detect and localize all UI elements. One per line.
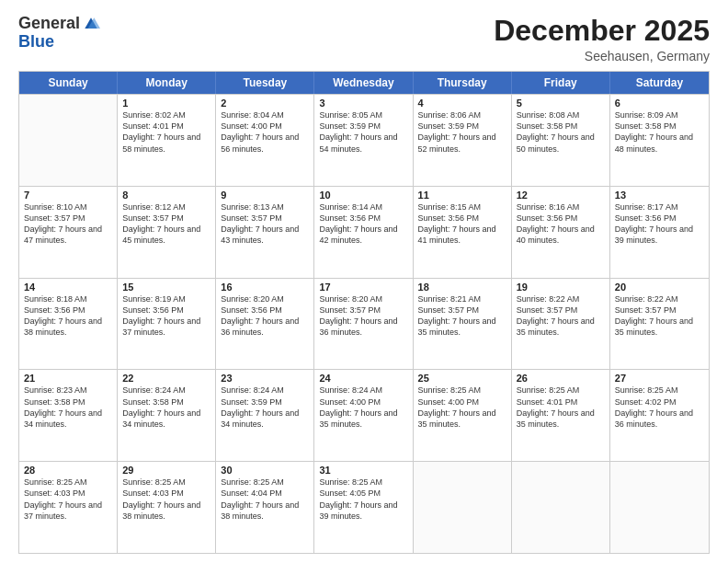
cell-info: Sunrise: 8:08 AM Sunset: 3:58 PM Dayligh… (517, 109, 605, 155)
cell-info: Sunrise: 8:10 AM Sunset: 3:57 PM Dayligh… (24, 201, 112, 247)
cal-cell-2-2: 16Sunrise: 8:20 AM Sunset: 3:56 PM Dayli… (216, 279, 314, 370)
cell-info: Sunrise: 8:22 AM Sunset: 3:57 PM Dayligh… (615, 293, 704, 339)
cal-cell-1-4: 11Sunrise: 8:15 AM Sunset: 3:56 PM Dayli… (414, 187, 512, 278)
cell-info: Sunrise: 8:25 AM Sunset: 4:00 PM Dayligh… (418, 385, 506, 430)
day-number: 4 (418, 98, 506, 109)
calendar-header: Sunday Monday Tuesday Wednesday Thursday… (19, 72, 709, 94)
day-number: 27 (615, 373, 704, 384)
day-number: 9 (221, 190, 309, 201)
cell-info: Sunrise: 8:14 AM Sunset: 3:56 PM Dayligh… (319, 201, 407, 247)
header-tuesday: Tuesday (216, 72, 314, 94)
cal-cell-3-6: 27Sunrise: 8:25 AM Sunset: 4:02 PM Dayli… (610, 370, 709, 461)
day-number: 7 (24, 190, 112, 201)
day-number: 8 (122, 190, 210, 201)
logo-blue: Blue (18, 33, 54, 52)
day-number: 19 (517, 282, 605, 293)
cal-cell-1-3: 10Sunrise: 8:14 AM Sunset: 3:56 PM Dayli… (314, 187, 413, 278)
cal-cell-4-6 (610, 462, 709, 553)
cal-cell-0-4: 4Sunrise: 8:06 AM Sunset: 3:59 PM Daylig… (414, 95, 512, 186)
cal-cell-3-5: 26Sunrise: 8:25 AM Sunset: 4:01 PM Dayli… (512, 370, 610, 461)
day-number: 29 (122, 465, 210, 476)
cell-info: Sunrise: 8:25 AM Sunset: 4:05 PM Dayligh… (319, 477, 407, 522)
cal-cell-4-5 (512, 462, 610, 553)
cell-info: Sunrise: 8:17 AM Sunset: 3:56 PM Dayligh… (615, 201, 704, 247)
day-number: 15 (122, 282, 210, 293)
header-monday: Monday (118, 72, 216, 94)
cal-cell-3-3: 24Sunrise: 8:24 AM Sunset: 4:00 PM Dayli… (314, 370, 413, 461)
cell-info: Sunrise: 8:05 AM Sunset: 3:59 PM Dayligh… (319, 109, 407, 155)
day-number: 1 (122, 98, 210, 109)
day-number: 17 (319, 282, 407, 293)
cal-row-3: 21Sunrise: 8:23 AM Sunset: 3:58 PM Dayli… (19, 369, 709, 461)
cell-info: Sunrise: 8:20 AM Sunset: 3:56 PM Dayligh… (221, 293, 309, 339)
cal-cell-2-1: 15Sunrise: 8:19 AM Sunset: 3:56 PM Dayli… (118, 279, 216, 370)
cal-row-0: 1Sunrise: 8:02 AM Sunset: 4:01 PM Daylig… (19, 94, 709, 186)
cal-cell-2-3: 17Sunrise: 8:20 AM Sunset: 3:57 PM Dayli… (314, 279, 413, 370)
day-number: 11 (418, 190, 506, 201)
cal-cell-0-3: 3Sunrise: 8:05 AM Sunset: 3:59 PM Daylig… (314, 95, 413, 186)
cal-cell-1-5: 12Sunrise: 8:16 AM Sunset: 3:56 PM Dayli… (512, 187, 610, 278)
cell-info: Sunrise: 8:19 AM Sunset: 3:56 PM Dayligh… (122, 293, 210, 339)
day-number: 13 (615, 190, 704, 201)
cell-info: Sunrise: 8:22 AM Sunset: 3:57 PM Dayligh… (517, 293, 605, 339)
cal-cell-2-5: 19Sunrise: 8:22 AM Sunset: 3:57 PM Dayli… (512, 279, 610, 370)
cell-info: Sunrise: 8:16 AM Sunset: 3:56 PM Dayligh… (517, 201, 605, 247)
location: Seehausen, Germany (494, 49, 710, 63)
day-number: 6 (615, 98, 704, 109)
day-number: 28 (24, 465, 112, 476)
cell-info: Sunrise: 8:02 AM Sunset: 4:01 PM Dayligh… (122, 109, 210, 155)
cal-cell-1-1: 8Sunrise: 8:12 AM Sunset: 3:57 PM Daylig… (118, 187, 216, 278)
cell-info: Sunrise: 8:21 AM Sunset: 3:57 PM Dayligh… (418, 293, 506, 339)
cell-info: Sunrise: 8:09 AM Sunset: 3:58 PM Dayligh… (615, 109, 704, 155)
cal-cell-2-4: 18Sunrise: 8:21 AM Sunset: 3:57 PM Dayli… (414, 279, 512, 370)
day-number: 10 (319, 190, 407, 201)
cell-info: Sunrise: 8:25 AM Sunset: 4:04 PM Dayligh… (221, 477, 309, 522)
cell-info: Sunrise: 8:24 AM Sunset: 4:00 PM Dayligh… (319, 385, 407, 430)
day-number: 23 (221, 373, 309, 384)
header-saturday: Saturday (610, 72, 709, 94)
cell-info: Sunrise: 8:13 AM Sunset: 3:57 PM Dayligh… (221, 201, 309, 247)
day-number: 24 (319, 373, 407, 384)
day-number: 21 (24, 373, 112, 384)
cal-cell-4-0: 28Sunrise: 8:25 AM Sunset: 4:03 PM Dayli… (19, 462, 118, 553)
cell-info: Sunrise: 8:18 AM Sunset: 3:56 PM Dayligh… (24, 293, 112, 339)
cal-cell-3-0: 21Sunrise: 8:23 AM Sunset: 3:58 PM Dayli… (19, 370, 118, 461)
day-number: 2 (221, 98, 309, 109)
logo-icon (82, 15, 100, 33)
cal-row-1: 7Sunrise: 8:10 AM Sunset: 3:57 PM Daylig… (19, 186, 709, 278)
cal-cell-4-2: 30Sunrise: 8:25 AM Sunset: 4:04 PM Dayli… (216, 462, 314, 553)
cal-cell-0-1: 1Sunrise: 8:02 AM Sunset: 4:01 PM Daylig… (118, 95, 216, 186)
month-title: December 2025 (494, 15, 710, 47)
cell-info: Sunrise: 8:20 AM Sunset: 3:57 PM Dayligh… (319, 293, 407, 339)
page: General Blue December 2025 Seehausen, Ge… (0, 0, 728, 563)
title-block: December 2025 Seehausen, Germany (494, 15, 710, 63)
cell-info: Sunrise: 8:15 AM Sunset: 3:56 PM Dayligh… (418, 201, 506, 247)
day-number: 20 (615, 282, 704, 293)
cell-info: Sunrise: 8:04 AM Sunset: 4:00 PM Dayligh… (221, 109, 309, 155)
cell-info: Sunrise: 8:25 AM Sunset: 4:01 PM Dayligh… (517, 385, 605, 430)
cal-cell-0-2: 2Sunrise: 8:04 AM Sunset: 4:00 PM Daylig… (216, 95, 314, 186)
cell-info: Sunrise: 8:25 AM Sunset: 4:03 PM Dayligh… (122, 477, 210, 522)
day-number: 22 (122, 373, 210, 384)
cell-info: Sunrise: 8:12 AM Sunset: 3:57 PM Dayligh… (122, 201, 210, 247)
cal-cell-3-2: 23Sunrise: 8:24 AM Sunset: 3:59 PM Dayli… (216, 370, 314, 461)
day-number: 16 (221, 282, 309, 293)
header-thursday: Thursday (414, 72, 512, 94)
header-friday: Friday (512, 72, 610, 94)
logo-general: General (18, 15, 80, 33)
cell-info: Sunrise: 8:06 AM Sunset: 3:59 PM Dayligh… (418, 109, 506, 155)
day-number: 30 (221, 465, 309, 476)
cal-cell-4-3: 31Sunrise: 8:25 AM Sunset: 4:05 PM Dayli… (314, 462, 413, 553)
cal-row-4: 28Sunrise: 8:25 AM Sunset: 4:03 PM Dayli… (19, 461, 709, 553)
logo: General Blue (18, 15, 100, 52)
cal-cell-2-0: 14Sunrise: 8:18 AM Sunset: 3:56 PM Dayli… (19, 279, 118, 370)
cal-cell-0-5: 5Sunrise: 8:08 AM Sunset: 3:58 PM Daylig… (512, 95, 610, 186)
calendar: Sunday Monday Tuesday Wednesday Thursday… (18, 71, 710, 554)
day-number: 12 (517, 190, 605, 201)
day-number: 3 (319, 98, 407, 109)
cal-cell-4-1: 29Sunrise: 8:25 AM Sunset: 4:03 PM Dayli… (118, 462, 216, 553)
cell-info: Sunrise: 8:25 AM Sunset: 4:02 PM Dayligh… (615, 385, 704, 430)
cal-cell-4-4 (414, 462, 512, 553)
header-wednesday: Wednesday (314, 72, 413, 94)
cal-cell-1-0: 7Sunrise: 8:10 AM Sunset: 3:57 PM Daylig… (19, 187, 118, 278)
